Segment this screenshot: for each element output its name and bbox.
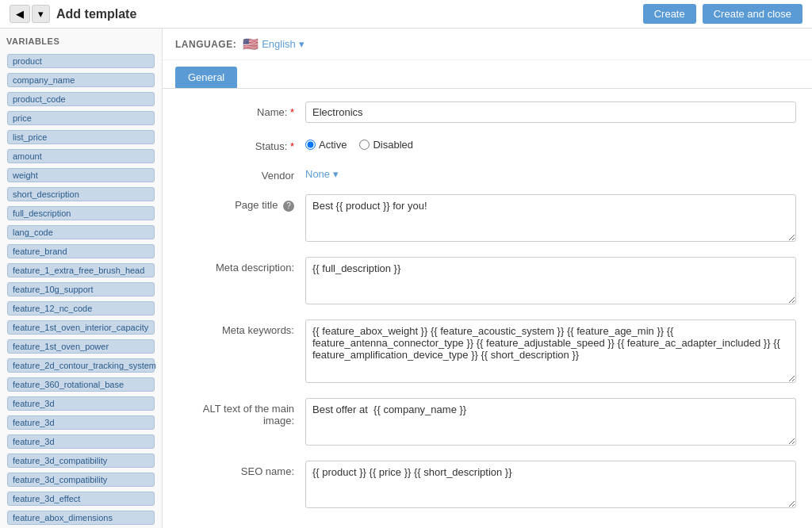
variable-tag[interactable]: company_name bbox=[7, 73, 155, 87]
tab-bar: General bbox=[163, 60, 812, 89]
page-title-help-icon[interactable]: ? bbox=[283, 201, 294, 212]
create-and-close-button[interactable]: Create and close bbox=[703, 4, 802, 24]
variable-tag[interactable]: weight bbox=[7, 168, 155, 182]
vendor-label: Vendor bbox=[178, 165, 305, 182]
variable-tag[interactable]: feature_abox_dimensions bbox=[7, 511, 155, 525]
variable-tag[interactable]: feature_2d_contour_tracking_system bbox=[7, 358, 155, 373]
alt-text-field-wrap bbox=[305, 398, 796, 448]
status-active-label: Active bbox=[319, 139, 347, 151]
meta-desc-textarea[interactable] bbox=[305, 257, 796, 304]
status-active-radio[interactable] bbox=[305, 140, 316, 150]
sidebar: VARIABLES productcompany_nameproduct_cod… bbox=[0, 29, 163, 528]
language-dropdown-icon: ▾ bbox=[299, 38, 304, 50]
variable-tag[interactable]: feature_3d_effect bbox=[7, 492, 155, 506]
variable-tag[interactable]: feature_3d_compatibility bbox=[7, 473, 155, 487]
vendor-row: Vendor None ▾ bbox=[178, 165, 796, 182]
meta-keywords-field-wrap bbox=[305, 319, 796, 385]
status-row: Status: * Active Disabled bbox=[178, 136, 796, 152]
variable-tag[interactable]: feature_12_nc_code bbox=[7, 301, 155, 316]
variable-tag[interactable]: lang_code bbox=[7, 225, 155, 239]
status-label: Status: * bbox=[178, 136, 305, 152]
status-radio-group: Active Disabled bbox=[305, 136, 796, 151]
status-disabled-radio[interactable] bbox=[359, 140, 370, 150]
seo-name-field-wrap bbox=[305, 461, 796, 511]
page-title-field-wrap bbox=[305, 194, 796, 244]
alt-text-label: ALT text of the main image: bbox=[178, 398, 305, 427]
variable-tag[interactable]: feature_brand bbox=[7, 244, 155, 258]
header: ◀ ▾ Add template Create Create and close bbox=[0, 0, 812, 29]
variable-tag[interactable]: amount bbox=[7, 149, 155, 163]
create-button[interactable]: Create bbox=[643, 4, 696, 24]
status-active-option[interactable]: Active bbox=[305, 139, 347, 151]
vendor-dropdown-icon: ▾ bbox=[333, 168, 339, 180]
seo-name-label: SEO name: bbox=[178, 461, 305, 477]
language-label: LANGUAGE: bbox=[175, 39, 236, 50]
flag-icon: 🇺🇸 bbox=[243, 36, 259, 52]
vendor-field-wrap: None ▾ bbox=[305, 165, 796, 180]
variable-tag[interactable]: price bbox=[7, 111, 155, 125]
alt-text-textarea[interactable] bbox=[305, 398, 796, 446]
back-button[interactable]: ◀ bbox=[10, 5, 30, 23]
name-label: Name: * bbox=[178, 101, 305, 118]
variable-tag[interactable]: feature_3d_compatibility bbox=[7, 453, 155, 468]
vendor-value: None bbox=[305, 168, 330, 180]
name-row: Name: * bbox=[178, 101, 796, 123]
status-required: * bbox=[290, 140, 294, 152]
meta-desc-field-wrap bbox=[305, 257, 796, 307]
meta-keywords-row: Meta keywords: bbox=[178, 319, 796, 385]
status-disabled-label: Disabled bbox=[373, 139, 413, 151]
variable-tag[interactable]: feature_10g_support bbox=[7, 282, 155, 297]
tab-general[interactable]: General bbox=[175, 67, 237, 88]
language-bar: LANGUAGE: 🇺🇸 English ▾ bbox=[163, 29, 812, 60]
page-title-textarea[interactable] bbox=[305, 194, 796, 242]
seo-name-row: SEO name: bbox=[178, 461, 796, 511]
variables-section-title: VARIABLES bbox=[6, 36, 155, 46]
variable-tag[interactable]: product bbox=[7, 54, 155, 68]
form-area: Name: * Status: * Active bbox=[163, 89, 812, 528]
name-required: * bbox=[290, 106, 294, 118]
dropdown-button[interactable]: ▾ bbox=[32, 5, 50, 23]
variable-tag[interactable]: feature_3d bbox=[7, 396, 155, 411]
variable-tag[interactable]: product_code bbox=[7, 92, 155, 106]
vendor-dropdown[interactable]: None ▾ bbox=[305, 165, 796, 180]
name-input[interactable] bbox=[305, 101, 796, 123]
language-selector[interactable]: 🇺🇸 English ▾ bbox=[243, 36, 304, 52]
variables-list: productcompany_nameproduct_codepricelist… bbox=[6, 52, 155, 528]
variable-tag[interactable]: list_price bbox=[7, 130, 155, 144]
variable-tag[interactable]: feature_1st_oven_interior_capacity bbox=[7, 320, 155, 335]
variable-tag[interactable]: feature_1_extra_free_brush_head bbox=[7, 263, 155, 277]
content-area: LANGUAGE: 🇺🇸 English ▾ General Name: * bbox=[163, 29, 812, 528]
variable-tag[interactable]: full_description bbox=[7, 206, 155, 220]
language-name: English bbox=[262, 38, 296, 50]
page-title-row: Page title ? bbox=[178, 194, 796, 244]
meta-keywords-textarea[interactable] bbox=[305, 319, 796, 383]
meta-desc-label: Meta description: bbox=[178, 257, 305, 274]
page-title-label: Page title ? bbox=[178, 194, 305, 212]
meta-desc-row: Meta description: bbox=[178, 257, 796, 307]
variable-tag[interactable]: feature_1st_oven_power bbox=[7, 339, 155, 354]
variable-tag[interactable]: feature_3d bbox=[7, 415, 155, 430]
status-disabled-option[interactable]: Disabled bbox=[359, 139, 413, 151]
variable-tag[interactable]: feature_3d bbox=[7, 434, 155, 449]
main-layout: VARIABLES productcompany_nameproduct_cod… bbox=[0, 29, 812, 528]
header-navigation: ◀ ▾ bbox=[10, 5, 50, 23]
meta-keywords-label: Meta keywords: bbox=[178, 319, 305, 336]
variable-tag[interactable]: feature_360_rotational_base bbox=[7, 377, 155, 392]
page-title: Add template bbox=[56, 7, 637, 21]
alt-text-row: ALT text of the main image: bbox=[178, 398, 796, 448]
variable-tag[interactable]: short_description bbox=[7, 187, 155, 201]
header-actions: Create Create and close bbox=[643, 4, 802, 24]
status-field-wrap: Active Disabled bbox=[305, 136, 796, 151]
seo-name-textarea[interactable] bbox=[305, 461, 796, 508]
name-field-wrap bbox=[305, 101, 796, 123]
